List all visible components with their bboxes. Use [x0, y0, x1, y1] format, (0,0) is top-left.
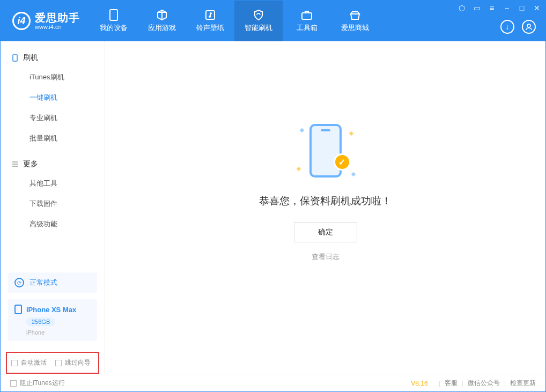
brand-url: www.i4.cn [35, 24, 80, 30]
phone-illustration [309, 124, 342, 177]
phone-icon [11, 54, 19, 62]
sidebar: 刷机 iTunes刷机 一键刷机 专业刷机 批量刷机 更多 其他工具 下载固件 … [1, 41, 105, 374]
sidebar-section-more: 更多 其他工具 下载固件 高级功能 [1, 155, 105, 234]
tab-toolbox[interactable]: 工具箱 [283, 1, 331, 41]
statusbar: 阻止iTunes运行 V8.16 | 客服 | 微信公众号 | 检查更新 [1, 374, 545, 392]
download-button[interactable]: ↓ [500, 20, 514, 34]
feedback-icon[interactable]: ▭ [473, 4, 481, 12]
checkbox-auto-activate[interactable]: 自动激活 [11, 358, 47, 367]
tab-label: 工具箱 [297, 23, 318, 33]
logo[interactable]: i4 爱思助手 www.i4.cn [1, 1, 90, 41]
minimize-button[interactable]: − [503, 4, 511, 12]
body: 刷机 iTunes刷机 一键刷机 专业刷机 批量刷机 更多 其他工具 下载固件 … [1, 41, 545, 374]
svg-point-2 [209, 16, 211, 18]
support-link[interactable]: 客服 [445, 379, 458, 388]
version-label: V8.16 [411, 380, 427, 387]
store-icon [348, 9, 362, 21]
device-capacity: 256GB [26, 317, 55, 326]
sidebar-item-oneclick-flash[interactable]: 一键刷机 [1, 87, 105, 108]
device-mode[interactable]: ⟳ 正常模式 [8, 272, 97, 293]
checkbox-block-itunes[interactable]: 阻止iTunes运行 [10, 379, 65, 388]
sidebar-item-advanced[interactable]: 高级功能 [1, 214, 105, 234]
sparkle-icon [299, 128, 304, 132]
sidebar-item-pro-flash[interactable]: 专业刷机 [1, 108, 105, 128]
success-illustration: ✓ [296, 121, 355, 180]
check-update-link[interactable]: 检查更新 [510, 379, 536, 388]
sidebar-section-flash: 刷机 iTunes刷机 一键刷机 专业刷机 批量刷机 [1, 49, 105, 149]
shirt-icon[interactable]: ⬡ [458, 4, 466, 12]
sidebar-section-title: 刷机 [1, 49, 105, 67]
close-button[interactable]: ✕ [533, 4, 541, 12]
brand-name: 爱思助手 [35, 12, 80, 24]
tab-label: 爱思商城 [341, 23, 369, 33]
sparkle-icon [351, 172, 355, 176]
header-actions: ↓ [500, 20, 536, 34]
check-badge-icon: ✓ [334, 153, 351, 171]
tab-label: 智能刷机 [245, 23, 272, 33]
tab-store[interactable]: 爱思商城 [331, 1, 379, 41]
mode-icon: ⟳ [14, 278, 24, 287]
sparkle-icon [296, 167, 300, 171]
device-name: iPhone XS Max [26, 306, 76, 314]
device-type: iPhone [26, 329, 91, 336]
tab-ringtone[interactable]: 铃声壁纸 [186, 1, 234, 41]
music-icon [203, 9, 217, 21]
ok-button[interactable]: 确定 [294, 222, 357, 242]
shield-sync-icon [252, 9, 265, 21]
topbar: i4 爱思助手 www.i4.cn 我的设备 应用游戏 铃声壁纸 智能刷机 工具… [1, 1, 545, 41]
sidebar-item-other-tools[interactable]: 其他工具 [1, 173, 105, 194]
tab-label: 应用游戏 [148, 23, 176, 33]
tabs: 我的设备 应用游戏 铃声壁纸 智能刷机 工具箱 爱思商城 [90, 1, 379, 41]
svg-rect-0 [110, 10, 117, 20]
tab-my-device[interactable]: 我的设备 [90, 1, 138, 41]
svg-rect-3 [302, 13, 312, 19]
success-message: 恭喜您，保资料刷机成功啦！ [259, 194, 392, 208]
checkbox-skip-guide[interactable]: 跳过向导 [55, 358, 91, 367]
checkbox-icon [55, 360, 62, 366]
sidebar-item-batch-flash[interactable]: 批量刷机 [1, 128, 105, 149]
svg-rect-5 [13, 55, 17, 61]
toolbox-icon [300, 9, 314, 21]
wechat-link[interactable]: 微信公众号 [468, 379, 500, 388]
tab-flash[interactable]: 智能刷机 [234, 1, 283, 41]
sparkle-icon [349, 131, 353, 136]
device-info[interactable]: iPhone XS Max 256GB iPhone [8, 299, 97, 341]
device-icon [107, 9, 121, 21]
sidebar-item-download-firmware[interactable]: 下载固件 [1, 194, 105, 214]
phone-icon [14, 305, 22, 314]
cube-icon [155, 9, 169, 21]
logo-icon: i4 [12, 12, 31, 30]
tab-apps[interactable]: 应用游戏 [138, 1, 186, 41]
window-controls: ⬡ ▭ ≡ − □ ✕ [458, 4, 541, 12]
checkbox-icon [11, 360, 18, 366]
account-button[interactable] [522, 20, 536, 34]
flash-options-highlight: 自动激活 跳过向导 [6, 352, 99, 374]
checkbox-icon [10, 380, 17, 387]
sidebar-section-title: 更多 [1, 155, 105, 173]
maximize-button[interactable]: □ [518, 4, 526, 12]
sidebar-item-itunes-flash[interactable]: iTunes刷机 [1, 67, 105, 87]
tab-label: 铃声壁纸 [196, 23, 224, 33]
svg-point-4 [527, 24, 530, 27]
main-pane: ✓ 恭喜您，保资料刷机成功啦！ 确定 查看日志 [105, 41, 545, 374]
device-panel: ⟳ 正常模式 iPhone XS Max 256GB iPhone [1, 266, 105, 347]
tab-label: 我的设备 [100, 23, 128, 33]
menu-icon[interactable]: ≡ [488, 4, 496, 12]
view-log-link[interactable]: 查看日志 [312, 252, 340, 262]
list-icon [11, 160, 19, 168]
